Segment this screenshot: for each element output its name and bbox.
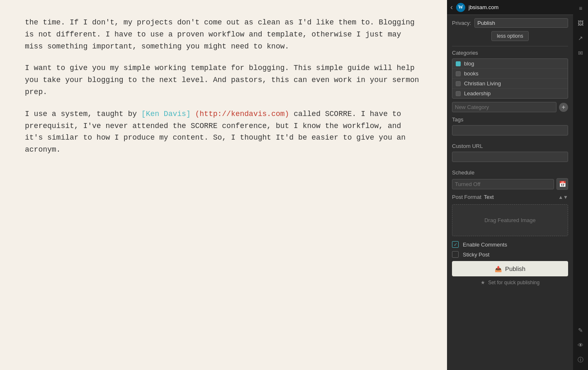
back-icon[interactable]: ‹ (450, 3, 453, 12)
calendar-button[interactable]: 📅 (556, 178, 568, 190)
schedule-row: 📅 (452, 178, 568, 190)
category-checkbox-books[interactable] (456, 71, 461, 76)
post-format-label: Post Format (452, 194, 481, 200)
link-url: (http://kendavis.com) (195, 110, 289, 118)
sidebar: ‹ W jbsisam.com + Privacy: Publish Priva… (447, 0, 588, 370)
schedule-label: Schedule (452, 169, 568, 176)
icon-bar-bottom: ✎ 👁 ⓘ (576, 325, 586, 365)
schedule-input[interactable] (452, 179, 554, 189)
site-name: jbsisam.com (469, 4, 580, 10)
add-category-button[interactable]: + (559, 103, 568, 112)
category-checkbox-leadership[interactable] (456, 91, 461, 96)
category-name-books: books (464, 70, 479, 77)
icon-bar: ≡ 🖼 ↗ ✉ ✎ 👁 ⓘ (573, 0, 588, 370)
calendar-icon: 📅 (559, 181, 566, 187)
info-icon[interactable]: ⓘ (576, 355, 586, 365)
enable-comments-row[interactable]: ✓ Enable Comments (452, 241, 568, 248)
publish-btn-label: Publish (505, 265, 525, 272)
wordpress-logo: W (456, 3, 465, 12)
post-format-value: Text (484, 194, 558, 200)
post-format-chevron-icon[interactable]: ▲▼ (558, 194, 568, 200)
less-options-button[interactable]: less options (491, 31, 528, 41)
editor-paragraph-3: I use a system, taught by [Ken Davis] (h… (25, 108, 422, 156)
eye-icon[interactable]: 👁 (576, 340, 586, 350)
privacy-row: Privacy: Publish Private Password Protec… (452, 18, 568, 28)
ken-davis-link[interactable]: [Ken Davis] (141, 110, 191, 118)
new-category-row: + (452, 102, 568, 112)
custom-url-input[interactable] (452, 152, 568, 162)
featured-image-dropzone[interactable]: Drag Featured Image (452, 204, 568, 236)
image-icon[interactable]: 🖼 (576, 18, 586, 28)
category-checkbox-christian-living[interactable] (456, 81, 461, 86)
categories-list: blog books Christian Living Leadership (452, 58, 568, 99)
category-name-blog: blog (464, 60, 474, 67)
sticky-post-label: Sticky Post (463, 252, 489, 258)
categories-label: Categories (452, 50, 568, 56)
quick-publish-row[interactable]: ★ Set for quick publishing (452, 280, 568, 285)
enable-comments-label: Enable Comments (463, 242, 507, 248)
category-item-leadership[interactable]: Leadership (452, 89, 568, 98)
post-format-row: Post Format Text ▲▼ (452, 194, 568, 200)
category-item-christian-living[interactable]: Christian Living (452, 79, 568, 89)
privacy-label: Privacy: (452, 20, 471, 26)
sticky-post-row[interactable]: Sticky Post (452, 251, 568, 258)
new-category-input[interactable] (452, 102, 556, 112)
list-icon[interactable]: ≡ (576, 3, 586, 13)
share-icon[interactable]: ↗ (576, 33, 586, 43)
envelope-icon[interactable]: ✉ (576, 48, 586, 58)
custom-url-label: Custom URL (452, 143, 568, 149)
editor-paragraph-1: the time. If I don't, my projects don't … (25, 17, 422, 52)
sticky-post-checkbox[interactable] (452, 251, 459, 258)
quick-publish-star-icon: ★ (481, 280, 485, 285)
category-checkbox-blog[interactable] (456, 61, 461, 66)
editor-area[interactable]: the time. If I don't, my projects don't … (0, 0, 447, 370)
publish-button[interactable]: 📤 Publish (452, 261, 568, 276)
edit-icon[interactable]: ✎ (576, 325, 586, 335)
publish-icon: 📤 (495, 266, 502, 272)
sidebar-content: Privacy: Publish Private Password Protec… (447, 15, 573, 370)
tags-input[interactable] (452, 125, 568, 135)
privacy-select[interactable]: Publish Private Password Protected (474, 18, 568, 28)
category-name-christian-living: Christian Living (464, 80, 501, 87)
enable-comments-checkbox[interactable]: ✓ (452, 241, 459, 248)
divider-1 (452, 46, 568, 46)
editor-paragraph-2: I want to give you my simple working tem… (25, 62, 422, 98)
category-name-leadership: Leadership (464, 90, 491, 97)
top-bar: ‹ W jbsisam.com + (447, 0, 588, 15)
quick-publish-label: Set for quick publishing (488, 280, 539, 285)
category-item-books[interactable]: books (452, 69, 568, 79)
category-item-blog[interactable]: blog (452, 59, 568, 69)
tags-label: Tags (452, 116, 568, 123)
